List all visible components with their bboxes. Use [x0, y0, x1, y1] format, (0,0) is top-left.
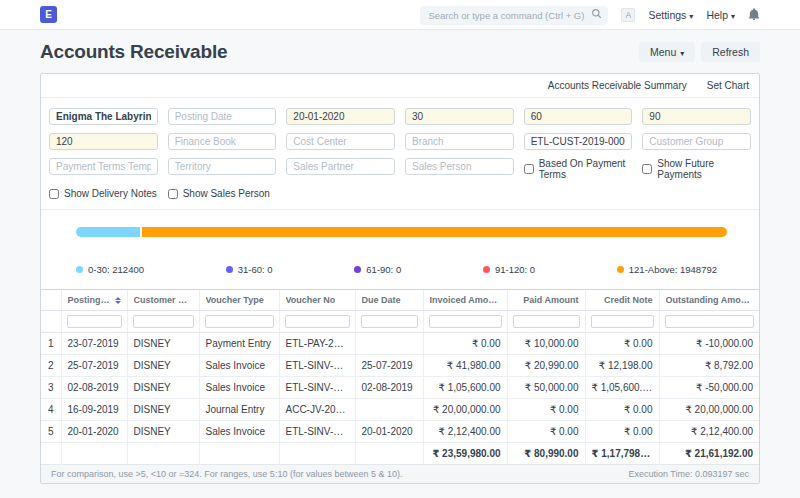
report-card: Accounts Receivable Summary Set Chart Ba…: [40, 73, 760, 484]
filter-input-posting-date[interactable]: [168, 108, 277, 125]
table-cell: 23-07-2019: [61, 333, 127, 355]
app-logo[interactable]: E: [40, 6, 57, 23]
table-row: 416-09-2019DISNEYJournal EntryACC-JV-201…: [41, 399, 759, 421]
voucher-link[interactable]: ETL-PAY-2019-00002: [279, 333, 355, 355]
column-header-inner: Posting Date: [68, 295, 121, 305]
filter-checkbox-show-future-payments[interactable]: Show Future Payments: [642, 158, 751, 180]
voucher-link[interactable]: ETL-SINV-2019-00007: [279, 355, 355, 377]
menu-button-label: Menu: [650, 46, 676, 58]
refresh-button[interactable]: Refresh: [701, 42, 760, 62]
chevron-down-icon: [680, 46, 684, 58]
column-header-paid-amount[interactable]: Paid Amount: [507, 290, 585, 311]
filter-input-ageing-range-4[interactable]: [49, 133, 158, 150]
column-filter-cell: [507, 311, 585, 333]
voucher-link[interactable]: ETL-SINV-2020-00001: [279, 421, 355, 443]
column-header-posting-date[interactable]: Posting Date: [61, 290, 127, 311]
column-header-voucher-type[interactable]: Voucher Type: [199, 290, 279, 311]
filter-input-customer[interactable]: [524, 133, 633, 150]
accounts-receivable-summary-link[interactable]: Accounts Receivable Summary: [548, 80, 687, 91]
totals-cell: ₹ 80,990.00: [507, 443, 585, 465]
checkbox-label: Show Delivery Notes: [64, 188, 157, 199]
filter-input-sales-partner[interactable]: [286, 158, 395, 175]
filter-input-cost-center[interactable]: [286, 133, 395, 150]
checkbox-show-future-payments[interactable]: [642, 164, 652, 174]
table-cell: 2: [41, 355, 61, 377]
table-cell: 16-09-2019: [61, 399, 127, 421]
checkbox-show-sales-person[interactable]: [168, 189, 178, 199]
filter-input-finance-book[interactable]: [168, 133, 277, 150]
checkbox-show-delivery-notes[interactable]: [49, 189, 59, 199]
voucher-link[interactable]: ETL-SINV-2019-00020: [279, 377, 355, 399]
table-row: 302-08-2019DISNEYSales InvoiceETL-SINV-2…: [41, 377, 759, 399]
column-filter-cell: [41, 311, 61, 333]
help-menu[interactable]: Help: [706, 9, 735, 21]
menu-button[interactable]: Menu: [639, 42, 695, 62]
column-filter-input-outstanding-amount[interactable]: [665, 315, 755, 328]
filter-input-customer-group[interactable]: [642, 133, 751, 150]
column-filter-input-posting-date[interactable]: [67, 315, 122, 328]
column-filter-input-due-date[interactable]: [361, 315, 418, 328]
column-header-due-date[interactable]: Due Date: [355, 290, 423, 311]
legend-dot-icon: [483, 266, 490, 273]
table-cell: 1: [41, 333, 61, 355]
column-filter-input-invoiced-amount[interactable]: [429, 315, 502, 328]
column-filter-input-voucher-type[interactable]: [205, 315, 274, 328]
filter-input-ageing-range-3[interactable]: [642, 108, 751, 125]
column-filter-input-customer-name[interactable]: [133, 315, 194, 328]
voucher-link[interactable]: ACC-JV-2019-00028: [279, 399, 355, 421]
column-header-inner: Invoiced Amount: [430, 295, 501, 305]
column-header-credit-note[interactable]: Credit Note: [585, 290, 659, 311]
filter-checkbox-based-on-payment-terms[interactable]: Based On Payment Terms: [524, 158, 633, 180]
column-header-outstanding-amount[interactable]: Outstanding Amount: [659, 290, 759, 311]
filter-input-company[interactable]: [49, 108, 158, 125]
totals-cell: ₹ 21,61,192.00: [659, 443, 759, 465]
column-header-customer-name[interactable]: Customer Name: [127, 290, 199, 311]
column-header-index[interactable]: [41, 290, 61, 311]
filter-input-sales-person[interactable]: [405, 158, 514, 175]
totals-cell: [61, 443, 127, 465]
column-header-label: Voucher No: [286, 295, 336, 305]
column-header-invoiced-amount[interactable]: Invoiced Amount: [423, 290, 507, 311]
column-filter-cell: [199, 311, 279, 333]
table-cell: DISNEY: [127, 355, 199, 377]
table-cell: ₹ -10,000.00: [659, 333, 759, 355]
set-chart-link[interactable]: Set Chart: [707, 80, 749, 91]
filter-input-payment-terms-template[interactable]: [49, 158, 158, 175]
filter-input-branch[interactable]: [405, 133, 514, 150]
column-header-label: Paid Amount: [523, 295, 578, 305]
column-header-voucher-no[interactable]: Voucher No: [279, 290, 355, 311]
settings-menu[interactable]: Settings: [648, 9, 693, 21]
column-header-inner: Voucher No: [286, 295, 349, 305]
sort-icon: [115, 297, 121, 304]
column-header-label: Posting Date: [68, 295, 112, 305]
legend-dot-icon: [354, 266, 361, 273]
totals-cell: [41, 443, 61, 465]
table-totals-row: ₹ 23,59,980.00₹ 80,990.00₹ 1,17,798.00₹ …: [41, 443, 759, 465]
filter-input-report-date[interactable]: [286, 108, 395, 125]
checkbox-based-on-payment-terms[interactable]: [524, 164, 534, 174]
filter-checkbox-show-sales-person[interactable]: Show Sales Person: [168, 188, 277, 199]
table-cell: ₹ 12,198.00: [585, 355, 659, 377]
totals-cell: ₹ 23,59,980.00: [423, 443, 507, 465]
table-cell: ₹ 2,12,400.00: [659, 421, 759, 443]
table-cell: Payment Entry: [199, 333, 279, 355]
filter-input-territory[interactable]: [168, 158, 277, 175]
column-filter-cell: [659, 311, 759, 333]
search-input[interactable]: [420, 6, 608, 25]
filter-input-ageing-range-1[interactable]: [405, 108, 514, 125]
totals-cell: [279, 443, 355, 465]
table-cell: 20-01-2020: [355, 421, 423, 443]
filter-checkbox-show-delivery-notes[interactable]: Show Delivery Notes: [49, 188, 158, 199]
column-header-inner: Outstanding Amount: [666, 295, 754, 305]
column-filter-input-paid-amount[interactable]: [513, 315, 580, 328]
notifications-bell-icon[interactable]: [748, 8, 760, 21]
totals-cell: ₹ 1,17,798.00: [585, 443, 659, 465]
table-cell: [355, 399, 423, 421]
column-filter-input-voucher-no[interactable]: [285, 315, 350, 328]
table-cell: ₹ 0.00: [585, 421, 659, 443]
column-filter-input-credit-note[interactable]: [591, 315, 654, 328]
legend-dot-icon: [226, 266, 233, 273]
filter-input-ageing-range-2[interactable]: [524, 108, 633, 125]
report-table: Posting DateCustomer NameVoucher TypeVou…: [41, 290, 759, 464]
table-cell: ₹ -50,000.00: [659, 377, 759, 399]
